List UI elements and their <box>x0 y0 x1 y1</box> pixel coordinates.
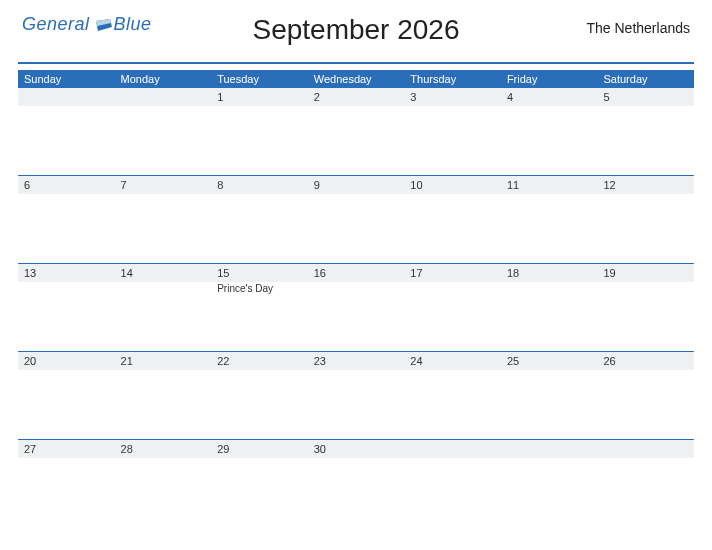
day-cell: 23 <box>308 352 405 439</box>
date-number: 25 <box>501 352 598 370</box>
day-cell: 25 <box>501 352 598 439</box>
day-cell: 4 <box>501 88 598 175</box>
date-number: 13 <box>18 264 115 282</box>
date-number: 4 <box>501 88 598 106</box>
date-number <box>404 440 501 458</box>
logo-flag-icon <box>96 19 112 33</box>
week-row: 1 2 3 4 5 <box>18 88 694 176</box>
date-number: 29 <box>211 440 308 458</box>
date-number <box>115 88 212 106</box>
date-number: 28 <box>115 440 212 458</box>
date-number: 15 <box>211 264 308 282</box>
date-number: 16 <box>308 264 405 282</box>
date-number: 8 <box>211 176 308 194</box>
logo: General Blue <box>22 14 152 35</box>
date-number: 23 <box>308 352 405 370</box>
day-header: Saturday <box>597 70 694 88</box>
day-cell <box>18 88 115 175</box>
day-cell: 9 <box>308 176 405 263</box>
date-number: 14 <box>115 264 212 282</box>
date-number: 7 <box>115 176 212 194</box>
date-number <box>501 440 598 458</box>
day-cell: 2 <box>308 88 405 175</box>
date-number: 9 <box>308 176 405 194</box>
day-cell: 28 <box>115 440 212 528</box>
day-header: Wednesday <box>308 70 405 88</box>
date-number: 19 <box>597 264 694 282</box>
date-number: 5 <box>597 88 694 106</box>
date-number: 2 <box>308 88 405 106</box>
day-cell <box>404 440 501 528</box>
day-cell: 6 <box>18 176 115 263</box>
day-cell: 26 <box>597 352 694 439</box>
week-row: 27 28 29 30 <box>18 440 694 528</box>
day-header: Friday <box>501 70 598 88</box>
day-cell: 13 <box>18 264 115 351</box>
day-cell <box>115 88 212 175</box>
day-header: Tuesday <box>211 70 308 88</box>
logo-part2: Blue <box>114 14 152 35</box>
day-cell: 30 <box>308 440 405 528</box>
date-number: 20 <box>18 352 115 370</box>
day-cell: 27 <box>18 440 115 528</box>
date-number: 1 <box>211 88 308 106</box>
date-number <box>597 440 694 458</box>
holiday-label: Prince's Day <box>211 282 308 295</box>
date-number: 30 <box>308 440 405 458</box>
day-header-row: Sunday Monday Tuesday Wednesday Thursday… <box>18 70 694 88</box>
date-number: 26 <box>597 352 694 370</box>
day-header: Monday <box>115 70 212 88</box>
day-cell <box>501 440 598 528</box>
region-label: The Netherlands <box>586 20 690 36</box>
day-cell: 20 <box>18 352 115 439</box>
date-number: 21 <box>115 352 212 370</box>
calendar-page: General Blue September 2026 The Netherla… <box>0 0 712 538</box>
date-number: 27 <box>18 440 115 458</box>
header-underline <box>18 62 694 64</box>
date-number: 18 <box>501 264 598 282</box>
day-cell: 18 <box>501 264 598 351</box>
date-number: 6 <box>18 176 115 194</box>
day-cell: 19 <box>597 264 694 351</box>
day-cell: 16 <box>308 264 405 351</box>
day-cell: 7 <box>115 176 212 263</box>
date-number: 11 <box>501 176 598 194</box>
date-number: 17 <box>404 264 501 282</box>
day-cell: 11 <box>501 176 598 263</box>
date-number: 12 <box>597 176 694 194</box>
date-number: 22 <box>211 352 308 370</box>
day-cell: 15 Prince's Day <box>211 264 308 351</box>
day-cell: 8 <box>211 176 308 263</box>
day-cell: 22 <box>211 352 308 439</box>
day-cell <box>597 440 694 528</box>
calendar-grid: Sunday Monday Tuesday Wednesday Thursday… <box>18 70 694 528</box>
week-row: 6 7 8 9 10 11 12 <box>18 176 694 264</box>
day-header: Thursday <box>404 70 501 88</box>
date-number: 3 <box>404 88 501 106</box>
week-row: 20 21 22 23 24 25 26 <box>18 352 694 440</box>
week-row: 13 14 15 Prince's Day 16 17 18 19 <box>18 264 694 352</box>
day-cell: 3 <box>404 88 501 175</box>
day-cell: 29 <box>211 440 308 528</box>
day-cell: 17 <box>404 264 501 351</box>
logo-part1: General <box>22 14 90 35</box>
day-cell: 5 <box>597 88 694 175</box>
day-cell: 10 <box>404 176 501 263</box>
date-number: 24 <box>404 352 501 370</box>
day-cell: 14 <box>115 264 212 351</box>
page-title: September 2026 <box>252 14 459 46</box>
day-cell: 21 <box>115 352 212 439</box>
day-cell: 1 <box>211 88 308 175</box>
day-cell: 12 <box>597 176 694 263</box>
day-cell: 24 <box>404 352 501 439</box>
date-number: 10 <box>404 176 501 194</box>
date-number <box>18 88 115 106</box>
day-header: Sunday <box>18 70 115 88</box>
header: General Blue September 2026 The Netherla… <box>18 14 694 60</box>
